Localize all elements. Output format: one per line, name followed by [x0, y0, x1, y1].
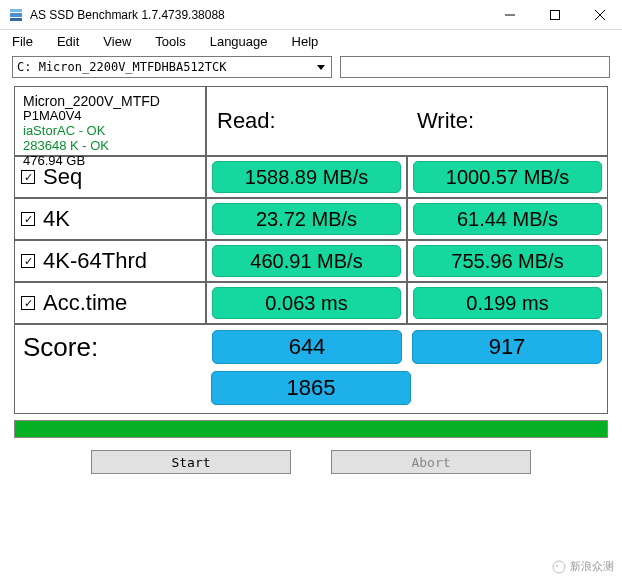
row-4k64: ✓4K-64Thrd 460.91 MB/s 755.96 MB/s: [15, 241, 607, 283]
minimize-button[interactable]: [487, 0, 532, 29]
drive-name: Micron_2200V_MTFD: [23, 93, 197, 109]
row-4k: ✓4K 23.72 MB/s 61.44 MB/s: [15, 199, 607, 241]
k4-write: 61.44 MB/s: [413, 203, 602, 235]
read-header: Read:: [207, 87, 407, 155]
firmware: P1MA0V4: [23, 109, 197, 124]
drive-select[interactable]: C: Micron_2200V_MTFDHBA512TCK: [12, 56, 332, 78]
svg-rect-2: [10, 18, 22, 21]
sina-icon: [552, 560, 566, 574]
close-button[interactable]: [577, 0, 622, 29]
label-seq: Seq: [43, 164, 82, 190]
svg-rect-4: [550, 10, 559, 19]
checkbox-acc[interactable]: ✓: [21, 296, 35, 310]
menubar: File Edit View Tools Language Help: [0, 30, 622, 52]
window-title: AS SSD Benchmark 1.7.4739.38088: [30, 8, 487, 22]
menu-edit[interactable]: Edit: [57, 34, 79, 49]
menu-view[interactable]: View: [103, 34, 131, 49]
row-acc: ✓Acc.time 0.063 ms 0.199 ms: [15, 283, 607, 325]
k4t-read: 460.91 MB/s: [212, 245, 401, 277]
svg-point-7: [553, 561, 565, 573]
checkbox-4k[interactable]: ✓: [21, 212, 35, 226]
drive-selected-text: C: Micron_2200V_MTFDHBA512TCK: [17, 60, 227, 74]
checkbox-seq[interactable]: ✓: [21, 170, 35, 184]
score-label: Score:: [15, 325, 207, 369]
drive-info: Micron_2200V_MTFD P1MA0V4 iaStorAC - OK …: [15, 87, 207, 155]
score-read: 644: [212, 330, 402, 364]
maximize-button[interactable]: [532, 0, 577, 29]
menu-file[interactable]: File: [12, 34, 33, 49]
watermark: 新浪众测: [552, 559, 614, 574]
total-row: 1865: [15, 369, 607, 413]
score-write: 917: [412, 330, 602, 364]
seq-write: 1000.57 MB/s: [413, 161, 602, 193]
results-panel: Micron_2200V_MTFD P1MA0V4 iaStorAC - OK …: [14, 86, 608, 414]
k4-read: 23.72 MB/s: [212, 203, 401, 235]
progress-bar: [14, 420, 608, 438]
menu-language[interactable]: Language: [210, 34, 268, 49]
svg-rect-1: [10, 9, 22, 12]
titlebar: AS SSD Benchmark 1.7.4739.38088: [0, 0, 622, 30]
acc-write: 0.199 ms: [413, 287, 602, 319]
k4t-write: 755.96 MB/s: [413, 245, 602, 277]
write-header: Write:: [407, 87, 607, 155]
button-row: Start Abort: [0, 444, 622, 480]
path-input[interactable]: [340, 56, 610, 78]
progress-fill: [15, 421, 607, 437]
svg-rect-0: [10, 13, 22, 17]
drive-row: C: Micron_2200V_MTFDHBA512TCK: [0, 52, 622, 82]
score-total: 1865: [211, 371, 411, 405]
checkbox-4k64[interactable]: ✓: [21, 254, 35, 268]
alignment-status: 283648 K - OK: [23, 139, 197, 154]
svg-point-8: [556, 565, 558, 567]
label-4k: 4K: [43, 206, 70, 232]
row-seq: ✓Seq 1588.89 MB/s 1000.57 MB/s: [15, 157, 607, 199]
label-4k64: 4K-64Thrd: [43, 248, 147, 274]
acc-read: 0.063 ms: [212, 287, 401, 319]
seq-read: 1588.89 MB/s: [212, 161, 401, 193]
menu-tools[interactable]: Tools: [155, 34, 185, 49]
abort-button: Abort: [331, 450, 531, 474]
driver-status: iaStorAC - OK: [23, 124, 197, 139]
app-icon: [8, 7, 24, 23]
score-row: Score: 644 917: [15, 325, 607, 369]
start-button[interactable]: Start: [91, 450, 291, 474]
label-acc: Acc.time: [43, 290, 127, 316]
menu-help[interactable]: Help: [292, 34, 319, 49]
